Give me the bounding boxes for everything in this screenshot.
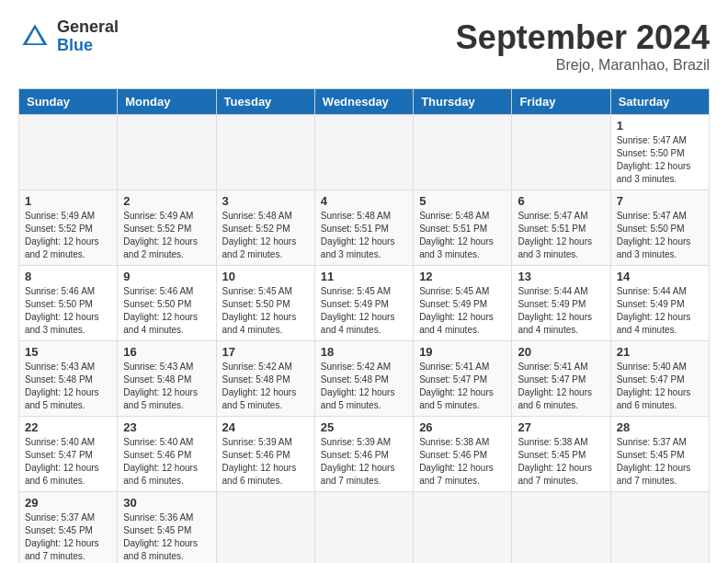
location-title: Brejo, Maranhao, Brazil xyxy=(456,57,710,74)
day-number: 5 xyxy=(419,194,506,208)
calendar-cell: 29Sunrise: 5:37 AM Sunset: 5:45 PM Dayli… xyxy=(19,492,118,564)
day-info: Sunrise: 5:43 AM Sunset: 5:48 PM Dayligh… xyxy=(25,361,111,412)
calendar-cell: 16Sunrise: 5:43 AM Sunset: 5:48 PM Dayli… xyxy=(118,341,216,417)
logo-icon xyxy=(18,20,51,53)
day-info: Sunrise: 5:48 AM Sunset: 5:52 PM Dayligh… xyxy=(222,210,309,261)
day-info: Sunrise: 5:47 AM Sunset: 5:50 PM Dayligh… xyxy=(617,134,703,186)
calendar-cell: 7Sunrise: 5:47 AM Sunset: 5:50 PM Daylig… xyxy=(610,190,709,266)
day-number: 29 xyxy=(25,496,111,510)
day-of-week-header: Monday xyxy=(118,89,216,115)
calendar-cell: 8Sunrise: 5:46 AM Sunset: 5:50 PM Daylig… xyxy=(19,266,118,341)
calendar-cell xyxy=(512,492,610,564)
day-of-week-header: Friday xyxy=(512,89,610,115)
calendar-header-row: SundayMondayTuesdayWednesdayThursdayFrid… xyxy=(19,89,710,115)
logo-text: General Blue xyxy=(57,18,119,55)
day-info: Sunrise: 5:41 AM Sunset: 5:47 PM Dayligh… xyxy=(518,361,604,412)
calendar-cell xyxy=(414,115,512,190)
day-number: 12 xyxy=(419,270,506,283)
day-number: 18 xyxy=(321,345,407,359)
day-info: Sunrise: 5:47 AM Sunset: 5:50 PM Dayligh… xyxy=(617,210,703,261)
month-title: September 2024 xyxy=(456,18,710,57)
day-info: Sunrise: 5:46 AM Sunset: 5:50 PM Dayligh… xyxy=(123,285,210,337)
day-info: Sunrise: 5:49 AM Sunset: 5:52 PM Dayligh… xyxy=(123,210,210,261)
day-number: 30 xyxy=(123,496,210,510)
calendar-cell: 26Sunrise: 5:38 AM Sunset: 5:46 PM Dayli… xyxy=(414,417,512,492)
calendar-cell xyxy=(19,115,118,190)
day-number: 16 xyxy=(123,345,210,359)
calendar-cell: 3Sunrise: 5:48 AM Sunset: 5:52 PM Daylig… xyxy=(216,190,314,266)
day-info: Sunrise: 5:47 AM Sunset: 5:51 PM Dayligh… xyxy=(518,210,604,261)
calendar-table: SundayMondayTuesdayWednesdayThursdayFrid… xyxy=(18,88,710,563)
calendar-cell: 23Sunrise: 5:40 AM Sunset: 5:46 PM Dayli… xyxy=(118,417,216,492)
calendar-week-row: 15Sunrise: 5:43 AM Sunset: 5:48 PM Dayli… xyxy=(19,341,710,417)
day-number: 26 xyxy=(419,420,506,434)
day-info: Sunrise: 5:40 AM Sunset: 5:47 PM Dayligh… xyxy=(25,436,111,488)
day-of-week-header: Saturday xyxy=(610,89,709,115)
calendar-cell: 6Sunrise: 5:47 AM Sunset: 5:51 PM Daylig… xyxy=(512,190,610,266)
calendar-cell: 20Sunrise: 5:41 AM Sunset: 5:47 PM Dayli… xyxy=(512,341,610,417)
day-number: 25 xyxy=(321,420,407,434)
day-number: 17 xyxy=(222,345,309,359)
day-number: 19 xyxy=(419,345,506,359)
day-info: Sunrise: 5:48 AM Sunset: 5:51 PM Dayligh… xyxy=(321,210,407,261)
calendar-cell: 4Sunrise: 5:48 AM Sunset: 5:51 PM Daylig… xyxy=(314,190,413,266)
day-info: Sunrise: 5:41 AM Sunset: 5:47 PM Dayligh… xyxy=(419,361,506,412)
calendar-cell: 10Sunrise: 5:45 AM Sunset: 5:50 PM Dayli… xyxy=(216,266,314,341)
calendar-cell: 22Sunrise: 5:40 AM Sunset: 5:47 PM Dayli… xyxy=(19,417,118,492)
day-info: Sunrise: 5:48 AM Sunset: 5:51 PM Dayligh… xyxy=(419,210,506,261)
calendar-cell xyxy=(118,115,216,190)
calendar-cell xyxy=(512,115,610,190)
calendar-cell: 1Sunrise: 5:47 AM Sunset: 5:50 PM Daylig… xyxy=(610,115,709,190)
logo-blue: Blue xyxy=(57,37,119,55)
calendar-cell xyxy=(314,492,413,564)
day-info: Sunrise: 5:46 AM Sunset: 5:50 PM Dayligh… xyxy=(25,285,111,337)
calendar-cell: 1Sunrise: 5:49 AM Sunset: 5:52 PM Daylig… xyxy=(19,190,118,266)
calendar-cell xyxy=(414,492,512,564)
day-info: Sunrise: 5:38 AM Sunset: 5:45 PM Dayligh… xyxy=(518,436,604,488)
day-info: Sunrise: 5:44 AM Sunset: 5:49 PM Dayligh… xyxy=(518,285,604,337)
day-info: Sunrise: 5:45 AM Sunset: 5:49 PM Dayligh… xyxy=(321,285,407,337)
day-number: 23 xyxy=(123,420,210,434)
day-number: 14 xyxy=(617,270,703,283)
day-info: Sunrise: 5:42 AM Sunset: 5:48 PM Dayligh… xyxy=(222,361,309,412)
day-of-week-header: Sunday xyxy=(19,89,118,115)
day-info: Sunrise: 5:45 AM Sunset: 5:50 PM Dayligh… xyxy=(222,285,309,337)
calendar-cell: 21Sunrise: 5:40 AM Sunset: 5:47 PM Dayli… xyxy=(610,341,709,417)
day-info: Sunrise: 5:44 AM Sunset: 5:49 PM Dayligh… xyxy=(617,285,703,337)
calendar-cell: 14Sunrise: 5:44 AM Sunset: 5:49 PM Dayli… xyxy=(610,266,709,341)
day-of-week-header: Thursday xyxy=(414,89,512,115)
logo-general: General xyxy=(57,18,119,37)
calendar-cell: 12Sunrise: 5:45 AM Sunset: 5:49 PM Dayli… xyxy=(414,266,512,341)
day-number: 10 xyxy=(222,270,309,283)
calendar-cell: 9Sunrise: 5:46 AM Sunset: 5:50 PM Daylig… xyxy=(118,266,216,341)
day-number: 1 xyxy=(617,119,703,132)
day-number: 4 xyxy=(321,194,407,208)
calendar-cell xyxy=(610,492,709,564)
day-number: 13 xyxy=(518,270,604,283)
day-number: 3 xyxy=(222,194,309,208)
day-number: 8 xyxy=(25,270,111,283)
day-number: 20 xyxy=(518,345,604,359)
day-number: 21 xyxy=(617,345,703,359)
day-number: 1 xyxy=(25,194,111,208)
calendar-cell xyxy=(216,115,314,190)
calendar-week-row: 22Sunrise: 5:40 AM Sunset: 5:47 PM Dayli… xyxy=(19,417,710,492)
calendar-week-row: 1Sunrise: 5:47 AM Sunset: 5:50 PM Daylig… xyxy=(19,115,710,190)
calendar-cell xyxy=(216,492,314,564)
day-info: Sunrise: 5:38 AM Sunset: 5:46 PM Dayligh… xyxy=(419,436,506,488)
calendar-week-row: 1Sunrise: 5:49 AM Sunset: 5:52 PM Daylig… xyxy=(19,190,710,266)
day-number: 22 xyxy=(25,420,111,434)
page-header: General Blue September 2024 Brejo, Maran… xyxy=(18,18,710,74)
title-area: September 2024 Brejo, Maranhao, Brazil xyxy=(456,18,710,74)
day-info: Sunrise: 5:42 AM Sunset: 5:48 PM Dayligh… xyxy=(321,361,407,412)
day-number: 15 xyxy=(25,345,111,359)
calendar-week-row: 29Sunrise: 5:37 AM Sunset: 5:45 PM Dayli… xyxy=(19,492,710,564)
calendar-cell: 28Sunrise: 5:37 AM Sunset: 5:45 PM Dayli… xyxy=(610,417,709,492)
calendar-cell: 17Sunrise: 5:42 AM Sunset: 5:48 PM Dayli… xyxy=(216,341,314,417)
calendar-cell: 15Sunrise: 5:43 AM Sunset: 5:48 PM Dayli… xyxy=(19,341,118,417)
day-info: Sunrise: 5:43 AM Sunset: 5:48 PM Dayligh… xyxy=(123,361,210,412)
day-number: 2 xyxy=(123,194,210,208)
calendar-cell: 25Sunrise: 5:39 AM Sunset: 5:46 PM Dayli… xyxy=(314,417,413,492)
day-of-week-header: Wednesday xyxy=(314,89,413,115)
calendar-cell: 11Sunrise: 5:45 AM Sunset: 5:49 PM Dayli… xyxy=(314,266,413,341)
